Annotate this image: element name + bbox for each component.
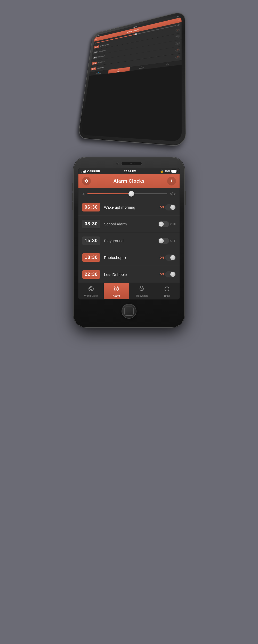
- alarm-toggle-3[interactable]: OFF: [158, 238, 176, 244]
- volume-high-icon: ◁▷: [170, 191, 176, 196]
- status-bar-left: CARRIER: [82, 170, 100, 173]
- mini-timer-icon: ⏲: [167, 63, 168, 64]
- battery-fill: [172, 170, 176, 172]
- alarm-item-3[interactable]: 15:30 Playground OFF: [78, 233, 180, 249]
- mini-alarm-toggle-3: OFF: [175, 42, 180, 45]
- phone-flat: CARRIER 17:02 PM 🔒 99% Ala: [74, 157, 184, 327]
- alarm-list: 06:30 Wake up! morning ON 08:3: [78, 199, 180, 283]
- tab-world-clock[interactable]: World Clock: [78, 283, 104, 299]
- flat-section: CARRIER 17:02 PM 🔒 99% Ala: [0, 149, 258, 348]
- alarm-time-2: 08:30: [82, 220, 100, 228]
- signal-bars-icon: [82, 170, 86, 173]
- tab-alarm[interactable]: Alarm: [104, 283, 129, 299]
- toggle-switch-4[interactable]: [165, 255, 176, 261]
- location-icon: 🔒: [160, 170, 164, 173]
- battery-icon: [171, 170, 176, 173]
- alarm-time-3: 15:30: [82, 236, 100, 245]
- earpiece-speaker: [121, 162, 142, 165]
- home-button-inner: [124, 307, 134, 316]
- settings-button[interactable]: [82, 177, 91, 185]
- battery-percent-label: 99%: [165, 170, 170, 173]
- alarm-status-label-3: OFF: [170, 239, 176, 242]
- alarm-label-2: School Alarm: [104, 222, 158, 226]
- mini-battery: 99%: [177, 15, 180, 18]
- alarm-status-label-4: ON: [160, 256, 164, 259]
- alarm-label-5: Lets Dribbble: [104, 272, 159, 277]
- toggle-lines-3: [159, 239, 163, 242]
- phone-screen-wrap: CARRIER 17:02 PM 99% ⚙ Alarm Clocks + ◁: [81, 14, 182, 142]
- mini-world-clock-icon: 🌐: [98, 72, 99, 73]
- toggle-lines-2: [159, 223, 163, 226]
- alarm-item-4[interactable]: 18:30 Photoshop :) ON: [78, 249, 180, 266]
- mini-alarm-time-4: 18:30: [92, 62, 97, 65]
- alarm-clock-icon: [113, 286, 119, 293]
- volume-slider-fill: [87, 193, 131, 194]
- home-button[interactable]: [122, 304, 136, 319]
- app-title: Alarm Clocks: [113, 179, 144, 184]
- stopwatch-icon: [139, 286, 145, 293]
- alarm-item-1[interactable]: 06:30 Wake up! morning ON: [78, 199, 180, 216]
- mini-vol-low-icon: ◁: [95, 42, 96, 44]
- volume-row: ◁ ◁▷: [78, 188, 180, 199]
- mini-alarm-toggle-2: OFF: [175, 35, 180, 38]
- alarm-toggle-2[interactable]: OFF: [158, 221, 176, 227]
- mini-alarm-time-2: 08:30: [93, 50, 99, 54]
- mini-slider-thumb: [135, 33, 137, 35]
- toggle-knob-4: [170, 255, 175, 260]
- front-camera: [116, 162, 119, 165]
- mini-alarm-icon: ⏰: [118, 69, 119, 70]
- gear-icon: [84, 179, 89, 183]
- carrier-label: CARRIER: [87, 170, 100, 173]
- mini-vol-high-icon: ◁▷: [177, 24, 180, 26]
- status-bar: CARRIER 17:02 PM 🔒 99%: [78, 168, 180, 174]
- plus-icon: +: [170, 178, 173, 184]
- home-button-area: [78, 300, 180, 320]
- alarm-toggle-1[interactable]: ON: [160, 204, 176, 210]
- mini-alarm-toggle-1: ON: [176, 29, 180, 32]
- alarm-label-3: Playground: [104, 239, 158, 243]
- volume-slider-track[interactable]: [87, 193, 167, 194]
- tab-alarm-label: Alarm: [113, 294, 120, 297]
- tab-timer-label: Timer: [164, 294, 170, 297]
- tab-timer[interactable]: Timer: [154, 283, 180, 299]
- alarm-time-1: 06:30: [82, 203, 100, 211]
- alarm-time-5: 22:30: [82, 270, 100, 279]
- app-header: Alarm Clocks +: [78, 174, 180, 188]
- mini-alarm-label-tab: Alarm: [117, 71, 120, 72]
- mini-timer-label: Timer: [166, 64, 169, 66]
- status-bar-right: 🔒 99%: [160, 170, 176, 173]
- alarm-time-4: 18:30: [82, 253, 100, 262]
- mini-alarm-time-1: 06:30: [94, 45, 99, 49]
- tab-bar: World Clock Alarm: [78, 283, 180, 299]
- toggle-switch-5[interactable]: [165, 271, 176, 277]
- alarm-status-label-5: ON: [160, 273, 164, 276]
- timer-icon: [164, 286, 170, 293]
- alarm-toggle-5[interactable]: ON: [160, 271, 176, 277]
- mini-alarm-time-3: 15:30: [93, 56, 98, 60]
- alarm-toggle-4[interactable]: ON: [160, 255, 176, 261]
- toggle-knob-5: [170, 272, 175, 277]
- tab-stopwatch[interactable]: Stopwatch: [129, 283, 154, 299]
- mini-alarm-time-5: 22:30: [91, 67, 96, 70]
- alarm-item-5[interactable]: 22:30 Lets Dribbble ON: [78, 266, 180, 283]
- tab-stopwatch-label: Stopwatch: [136, 294, 148, 297]
- perspective-section: CARRIER 17:02 PM 99% ⚙ Alarm Clocks + ◁: [0, 0, 258, 149]
- status-bar-time: 17:02 PM: [124, 170, 136, 173]
- top-notch-area: [78, 162, 180, 165]
- volume-low-icon: ◁: [82, 192, 85, 196]
- add-alarm-button[interactable]: +: [167, 177, 176, 185]
- alarm-label-4: Photoshop :): [104, 255, 159, 260]
- alarm-item-2[interactable]: 08:30 School Alarm OFF: [78, 216, 180, 232]
- mini-alarm-toggle-4: ON: [175, 48, 180, 52]
- toggle-switch-1[interactable]: [165, 204, 176, 210]
- mini-plus-icon: +: [178, 19, 180, 22]
- world-clock-icon: [88, 286, 94, 293]
- tab-world-clock-label: World Clock: [84, 294, 98, 297]
- volume-slider-thumb[interactable]: [128, 191, 134, 197]
- phone-perspective: CARRIER 17:02 PM 99% ⚙ Alarm Clocks + ◁: [78, 10, 186, 147]
- mini-stopwatch-label: Stopwatch: [139, 67, 144, 69]
- toggle-switch-2[interactable]: [158, 221, 169, 227]
- mini-stopwatch-icon: ⏱: [141, 66, 142, 67]
- toggle-switch-3[interactable]: [158, 238, 169, 244]
- mini-alarm-toggle-5: ON: [175, 55, 180, 58]
